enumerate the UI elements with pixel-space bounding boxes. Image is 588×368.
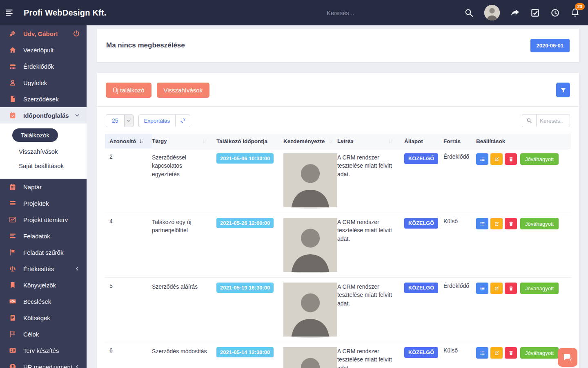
cell-subject: Talákozó egy új partnerjelölttel [152,218,216,235]
delete-button[interactable] [505,347,517,359]
approved-button[interactable]: Jóváhagyott [520,347,559,359]
refresh-button[interactable] [175,115,190,127]
sidebar-item-celok[interactable]: Célok [0,326,87,342]
sidebar-item-vezerlopult[interactable]: Vezérlőpult [0,42,87,58]
tasks-check-icon[interactable] [530,8,540,18]
submenu-item-sajat-beallitasok[interactable]: Saját beállítások [0,159,87,173]
sort-icon [329,139,333,144]
edit-icon [494,350,499,356]
details-button[interactable] [476,218,488,229]
page-size-select[interactable]: 25 [106,114,134,127]
brand-title: Profi WebDesign Kft. [24,8,107,18]
time-badge: 2021-05-06 10:30:00 [216,153,274,164]
sidebar-item-projektek[interactable]: Projektek [0,195,87,211]
new-meeting-button[interactable]: Új találkozó [106,83,151,98]
fax-icon [9,63,17,70]
approved-button[interactable]: Jóváhagyott [520,153,559,165]
sidebar-item-szerzodesek[interactable]: Szerződések [0,91,87,107]
cell-description: A CRM rendszer tesztelése miatt felvitt … [337,153,404,178]
delete-button[interactable] [505,283,517,294]
column-header-forras[interactable]: Forrás [443,138,476,144]
sidebar-item-becslesek[interactable]: Becslések [0,293,87,310]
edit-button[interactable] [490,153,503,165]
sidebar-item-hr-menedzsment[interactable]: HR menedzsment [0,359,87,368]
sidebar-item-feladat-szurok[interactable]: Feladat szűrők [0,244,87,260]
status-badge: KÖZELGŐ [404,283,438,293]
submenu-item-talalkozok-active[interactable]: Találkozók [12,128,58,142]
edit-icon [494,286,499,291]
column-header-leiras[interactable]: Leírás [337,137,404,145]
sidebar-item-konyvjelzok[interactable]: Könyvjelzők [0,277,87,293]
invoice-icon [9,314,17,321]
notifications-button[interactable]: 23 [570,7,580,18]
sidebar-item-feladatok[interactable]: Feladatok [0,228,87,244]
time-badge: 2021-05-19 16:30:00 [216,283,274,293]
bookmark-icon [9,281,17,289]
delete-button[interactable] [505,153,517,165]
column-header-targy[interactable]: Tárgy [152,137,216,145]
sidebar-item-ugyfelek[interactable]: Ügyfelek [0,74,87,91]
cell-id: 5 [105,283,152,289]
status-badge: KÖZELGŐ [404,347,438,358]
table-row: 6 Szerződés módosítás 2021-05-14 12:30:0… [105,342,571,368]
logout-power-icon[interactable] [73,30,80,37]
filter-button[interactable] [556,83,570,97]
file-icon [9,95,17,103]
clock-icon[interactable] [550,8,560,18]
menu-toggle-icon[interactable] [4,7,15,18]
table-search-input[interactable] [537,114,570,127]
main-content: Ma nincs megbeszélése 2020-06-01 Új talá… [87,25,588,368]
date-button[interactable]: 2020-06-01 [530,39,570,52]
home-icon [9,46,17,54]
cell-source: Érdeklődő [443,153,476,160]
list-icon [480,286,485,291]
cell-description: A CRM rendszer tesztelése miatt felvitt … [337,218,404,243]
cell-id: 2 [105,153,152,160]
approved-button[interactable]: Jóváhagyott [520,283,559,294]
sidebar-item-ertekesites[interactable]: Értékesítés [0,260,87,277]
sidebar-item-terv-keszites[interactable]: Terv készítés [0,342,87,359]
column-header-idopont[interactable]: Találkozó időpontja [216,138,281,144]
cell-source: Külső [443,347,476,354]
calendar-icon [9,183,17,191]
sidebar-item-erdeklodok[interactable]: Érdeklődők [0,58,87,74]
user-icon [9,79,17,86]
sidebar-item-projekt-utemterv[interactable]: Projekt ütemterv [0,211,87,228]
page-title: Ma nincs megbeszélése [106,41,185,49]
trash-icon [508,350,514,356]
submenu-item-visszahivasok[interactable]: Visszahívások [0,144,87,159]
delete-button[interactable] [505,218,517,229]
column-header-beallitasok: Beállítások [476,138,571,144]
export-button[interactable]: Exportálás [139,115,176,127]
approved-button[interactable]: Jóváhagyott [520,218,559,229]
details-button[interactable] [476,347,488,359]
cell-description: A CRM rendszer tesztelése miatt felvitt … [337,283,404,307]
sidebar-item-idopontfoglalas[interactable]: Időpontfoglalás [0,107,87,123]
details-button[interactable] [476,283,488,294]
column-header-azonosito[interactable]: Azonosító [105,134,152,148]
details-button[interactable] [476,153,488,165]
table-row: 5 Szerződés aláírás 2021-05-19 16:30:00 … [105,278,571,342]
search-icon[interactable] [464,8,474,18]
trash-icon [508,157,514,162]
callbacks-button[interactable]: Visszahívások [157,83,210,98]
meetings-table: Azonosító Tárgy Találkozó időpontja Kezd… [105,134,571,368]
edit-button[interactable] [490,347,503,359]
global-search-input[interactable] [327,0,449,25]
chat-icon [562,352,573,363]
table-row: 4 Talákozó egy új partnerjelölttel 2021-… [105,213,571,278]
column-header-allapot[interactable]: Állapot [404,138,443,144]
user-avatar[interactable] [484,5,500,20]
sidebar-item-koltsegek[interactable]: Költségek [0,310,87,326]
notification-badge: 23 [575,3,585,10]
sidebar-item-naptar[interactable]: Naptár [0,179,87,195]
search-icon [522,114,537,127]
cell-source: Érdeklődő [443,283,476,289]
edit-button[interactable] [490,218,503,229]
header-card: Ma nincs megbeszélése 2020-06-01 [97,29,579,62]
chat-button[interactable] [558,348,577,367]
table-controls: 25 Exportálás [97,107,579,133]
column-header-kezdemenyezte[interactable]: Kezdeményezte [281,138,337,144]
edit-button[interactable] [490,283,503,294]
share-icon[interactable] [510,8,520,18]
